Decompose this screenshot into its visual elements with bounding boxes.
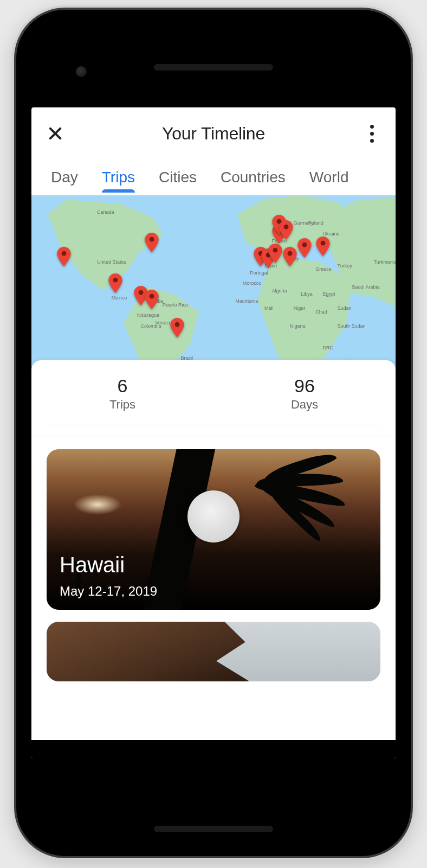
map-label: Mali — [264, 305, 274, 311]
map-label: Chad — [315, 309, 327, 315]
map-label: Ukraine — [323, 231, 340, 237]
tab-world[interactable]: World — [297, 169, 361, 186]
map-label: Puerto Rico — [163, 302, 188, 308]
map-label: Poland — [308, 220, 324, 226]
stats-divider — [47, 425, 380, 425]
map-label: Italy — [290, 256, 299, 261]
map-label: Egypt — [323, 291, 335, 297]
trip-cards: Hawaii May 12-17, 2019 — [31, 435, 396, 681]
map-label: Sudan — [337, 305, 351, 311]
map-label: Turkmenistan — [374, 259, 396, 265]
map-label: Spain — [264, 263, 277, 269]
stat-trips: 6 Trips — [31, 375, 214, 412]
phone-camera — [76, 66, 87, 77]
map-label: Greece — [315, 266, 332, 272]
page-title: Your Timeline — [66, 124, 361, 144]
map-label: Canada — [97, 209, 114, 215]
map-label: South Sudan — [337, 323, 365, 329]
trip-card-subtitle: May 12-17, 2019 — [60, 584, 157, 599]
map-label: Cuba — [152, 298, 164, 304]
phone-speaker-bottom — [154, 826, 273, 832]
map-label: Nicaragua — [137, 312, 159, 318]
map-label: Mauritania — [235, 298, 258, 304]
more-options-icon[interactable] — [361, 125, 383, 143]
tab-trips[interactable]: Trips — [90, 169, 147, 186]
trip-card-hawaii[interactable]: Hawaii May 12-17, 2019 — [47, 449, 380, 610]
stat-trips-value: 6 — [31, 375, 214, 397]
stat-days-value: 96 — [214, 375, 396, 397]
map-label: Turkey — [337, 263, 352, 269]
stat-trips-label: Trips — [31, 398, 214, 412]
map-label: France — [272, 238, 287, 244]
android-nav-bar — [31, 740, 396, 758]
map-label: Nigeria — [290, 323, 306, 329]
map-background — [31, 195, 396, 373]
app-header: Your Timeline — [31, 107, 396, 159]
phone-speaker-top — [154, 64, 273, 71]
map-label: Niger — [294, 305, 306, 311]
map-label: Portugal — [250, 270, 268, 276]
map-label: Algeria — [272, 288, 287, 293]
tab-countries[interactable]: Countries — [209, 169, 297, 186]
map-label: Colombia — [141, 323, 161, 329]
stat-days: 96 Days — [214, 375, 396, 412]
tab-day[interactable]: Day — [39, 169, 90, 186]
trip-card-image — [47, 622, 380, 681]
map-label: Mexico — [112, 295, 127, 301]
stats-panel: 6 Trips 96 Days — [31, 360, 396, 435]
map-label: United States — [97, 259, 126, 265]
close-icon[interactable] — [44, 123, 66, 144]
world-map[interactable]: CanadaUnited StatesMexicoCubaPuerto Rico… — [31, 195, 396, 373]
trip-card-next[interactable] — [47, 622, 380, 681]
app-screen: Your Timeline Day Trips Cities Countries… — [31, 107, 396, 758]
map-label: Morocco — [243, 280, 262, 286]
trip-card-title: Hawaii — [60, 553, 125, 577]
map-label: Libya — [301, 291, 313, 297]
tabs-bar: Day Trips Cities Countries World — [31, 159, 396, 195]
map-label: DRC — [323, 345, 334, 350]
tab-cities[interactable]: Cities — [147, 169, 209, 186]
touch-indicator-icon — [187, 490, 240, 542]
stat-days-label: Days — [214, 398, 396, 412]
phone-frame: Your Timeline Day Trips Cities Countries… — [16, 10, 411, 856]
map-label: Saudi Arabia — [352, 284, 379, 290]
